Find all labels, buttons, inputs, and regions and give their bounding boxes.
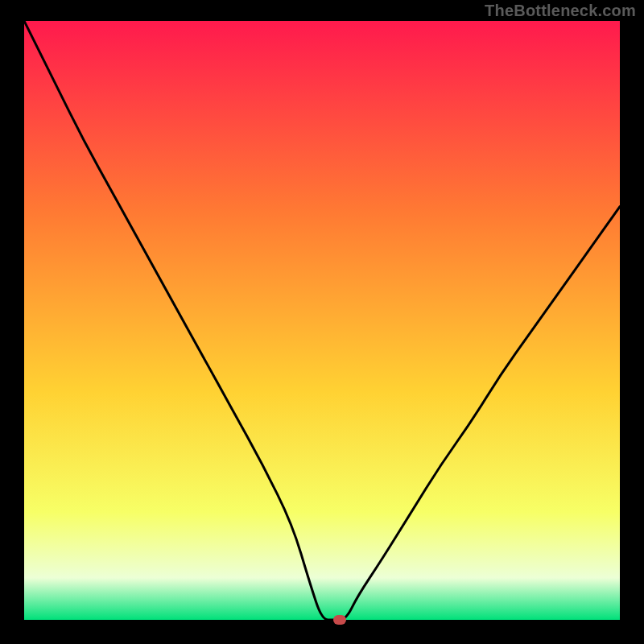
watermark-text: TheBottleneck.com [485, 2, 636, 20]
chart-frame: TheBottleneck.com [0, 0, 644, 644]
plot-area [24, 21, 620, 620]
gradient-background [24, 21, 620, 620]
chart-svg [24, 21, 620, 620]
optimum-marker [333, 615, 346, 625]
